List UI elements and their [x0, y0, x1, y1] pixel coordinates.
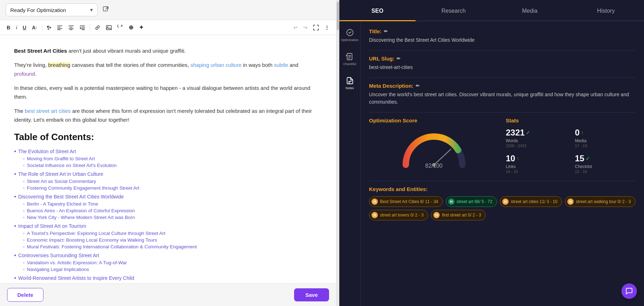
- seo-url-label: URL Slug: ✏: [369, 56, 636, 62]
- paragraph-button[interactable]: ¶▾: [45, 23, 54, 32]
- keyword-text-1: Best Street Art Cities 8/ 11 - 34: [380, 199, 438, 204]
- right-content: Optimization Checklist: [339, 21, 644, 306]
- toc-link-cities-worldwide[interactable]: Discovering the Best Street Art Cities W…: [14, 194, 318, 200]
- link-button[interactable]: [92, 23, 103, 32]
- toc-link-social-commentary[interactable]: Street Art as Social Commentary: [23, 179, 318, 184]
- doc-select[interactable]: Ready For Optimization ▾: [6, 4, 98, 16]
- toc-link-controversies[interactable]: Controversies Surrounding Street Art: [14, 252, 318, 259]
- keyword-text-6: find street art 0/ 2 - 3: [442, 213, 481, 218]
- meta-edit-icon[interactable]: ✏: [416, 83, 420, 88]
- toolbar-right: ↩ ↪ ⋮: [291, 23, 332, 32]
- seo-url-value: best-street-art-cities: [369, 64, 636, 71]
- toc-link-urban[interactable]: The Role of Street Art in Urban Culture: [14, 171, 318, 177]
- stat-media: 0 ↑ Media 17 - 19: [575, 128, 636, 148]
- list-item: Controversies Surrounding Street Art Van…: [14, 252, 318, 272]
- toc-link-tourist-perspective[interactable]: A Tourist's Perspective: Exploring Local…: [23, 231, 318, 236]
- chat-bubble-button[interactable]: [621, 283, 637, 299]
- tab-history[interactable]: History: [568, 0, 644, 21]
- editor-content: Best Street Art Cities aren't just about…: [14, 46, 318, 283]
- notes-icon-button[interactable]: Notes: [346, 76, 354, 90]
- keyword-tag-2[interactable]: H street art 66/ 5 - 72: [446, 196, 497, 207]
- optimization-icon-button[interactable]: Optimization: [341, 28, 358, 42]
- toc-link-vandalism[interactable]: Vandalism vs. Artistic Expression: A Tug…: [23, 260, 318, 265]
- toc-link-buenos-aires[interactable]: Buenos Aires - An Explosion of Colorful …: [23, 208, 318, 213]
- keyword-tag-6[interactable]: H find street art 0/ 2 - 3: [431, 210, 486, 220]
- toc-link-artists[interactable]: World-Renowned Street Artists to Inspire…: [14, 275, 318, 281]
- list-item: New York City - Where Modern Street Art …: [23, 215, 318, 220]
- media-number: 0: [575, 128, 580, 138]
- list-item: Societal Influence on Street Art's Evolu…: [23, 163, 318, 168]
- scroll-thumb[interactable]: [337, 2, 339, 30]
- media-arrow-icon: ↑: [581, 130, 584, 135]
- align-left-button[interactable]: [54, 23, 65, 32]
- toc-link-fostering[interactable]: Fostering Community Engagement through S…: [23, 185, 318, 191]
- toc-sublist: Berlin - A Tapestry Etched in Time Bueno…: [14, 201, 318, 220]
- editor-area[interactable]: Best Street Art Cities aren't just about…: [0, 35, 336, 283]
- keyword-tag-1[interactable]: H Best Street Art Cities 8/ 11 - 34: [369, 196, 443, 207]
- tab-research[interactable]: Research: [416, 0, 492, 21]
- font-size-button[interactable]: A↕: [29, 23, 40, 32]
- list-item: Berlin - A Tapestry Etched in Time: [23, 201, 318, 207]
- more-options-button[interactable]: ⋮: [322, 23, 332, 32]
- keyword-text-4: street art walking tour 0/ 2 - 3: [576, 199, 631, 204]
- gauge-container: 82/100: [399, 128, 469, 170]
- seo-meta-value: Uncover the world's best street art citi…: [369, 91, 636, 106]
- media-range: 17 - 19: [575, 144, 636, 148]
- stats-title: Stats: [506, 117, 636, 123]
- toc-link-societal[interactable]: Societal Influence on Street Art's Evolu…: [23, 163, 318, 168]
- delete-button[interactable]: Delete: [7, 288, 43, 302]
- keyword-tag-5[interactable]: H street art lovers 0/ 2 - 3: [369, 210, 428, 220]
- seo-meta-label: Meta Description: ✏: [369, 83, 636, 89]
- list-item: Moving from Graffiti to Street Art: [23, 156, 318, 161]
- seo-divider-4: [369, 181, 636, 181]
- checklist-icon-button[interactable]: Checklist: [343, 52, 356, 66]
- toc-link-economic[interactable]: Economic Impact: Boosting Local Economy …: [23, 237, 318, 243]
- list-item: Navigating Legal Implications: [23, 267, 318, 272]
- tab-seo[interactable]: SEO: [339, 0, 416, 21]
- checklist-number: 15: [575, 154, 585, 163]
- toc-link-new-york[interactable]: New York City - Where Modern Street Art …: [23, 215, 318, 220]
- align-center-button[interactable]: [66, 23, 76, 32]
- list-item: Discovering the Best Street Art Cities W…: [14, 194, 318, 220]
- toc-link-tourism[interactable]: Impact of Street Art on Tourism: [14, 223, 318, 229]
- rotate-button[interactable]: [115, 23, 125, 32]
- keyword-text-5: street art lovers 0/ 2 - 3: [380, 213, 423, 218]
- toc-link-graffiti[interactable]: Moving from Graffiti to Street Art: [23, 156, 318, 161]
- indent-button[interactable]: [77, 23, 88, 32]
- right-sidebar: Optimization Checklist: [339, 21, 361, 306]
- toc-link-legal[interactable]: Navigating Legal Implications: [23, 267, 318, 272]
- underline-button[interactable]: U: [20, 23, 29, 32]
- highlight-best-cities: best street art cities: [25, 108, 71, 114]
- bottom-bar: Delete Save: [0, 283, 336, 306]
- keyword-tag-4[interactable]: H street art walking tour 0/ 2 - 3: [565, 196, 635, 207]
- score-max: /100: [432, 163, 443, 169]
- redo-button[interactable]: ↪: [301, 23, 310, 32]
- italic-button[interactable]: i: [13, 23, 19, 32]
- toc-link-mural-festivals[interactable]: Mural Festivals: Fostering International…: [23, 244, 318, 249]
- tab-media[interactable]: Media: [492, 0, 568, 21]
- save-button[interactable]: Save: [294, 288, 329, 301]
- url-edit-icon[interactable]: ✏: [397, 56, 400, 61]
- toc-link-berlin[interactable]: Berlin - A Tapestry Etched in Time: [23, 201, 318, 207]
- seo-url-field: URL Slug: ✏ best-street-art-cities: [369, 56, 636, 71]
- intro-paragraph-4: The best street art cities are those whe…: [14, 106, 318, 125]
- title-edit-icon[interactable]: ✏: [384, 29, 388, 34]
- keyword-icon-5: H: [371, 212, 378, 218]
- svg-rect-0: [103, 7, 107, 11]
- toc-list: The Evolution of Street Art Moving from …: [14, 148, 318, 284]
- keyword-tag-3[interactable]: H street art cities 11/ 3 - 10: [500, 196, 562, 207]
- checklist-label: Checklist: [343, 62, 356, 66]
- scroll-track[interactable]: [336, 0, 339, 306]
- add-button[interactable]: ⊕: [126, 22, 136, 33]
- toc-link-evolution[interactable]: The Evolution of Street Art: [14, 148, 318, 155]
- undo-button[interactable]: ↩: [291, 23, 300, 32]
- image-button[interactable]: [104, 23, 114, 32]
- external-link-button[interactable]: [101, 5, 110, 16]
- stat-checklist: 15 ✓ Checklist 12 - 16: [575, 154, 636, 174]
- intro-paragraph-2: They're living, breathing canvases that …: [14, 60, 318, 79]
- bold-button[interactable]: B: [4, 23, 13, 32]
- keyword-icon-3: H: [502, 198, 509, 205]
- fullscreen-button[interactable]: [311, 23, 321, 32]
- seo-divider-1: [369, 50, 636, 51]
- magic-button[interactable]: ✦: [136, 22, 146, 33]
